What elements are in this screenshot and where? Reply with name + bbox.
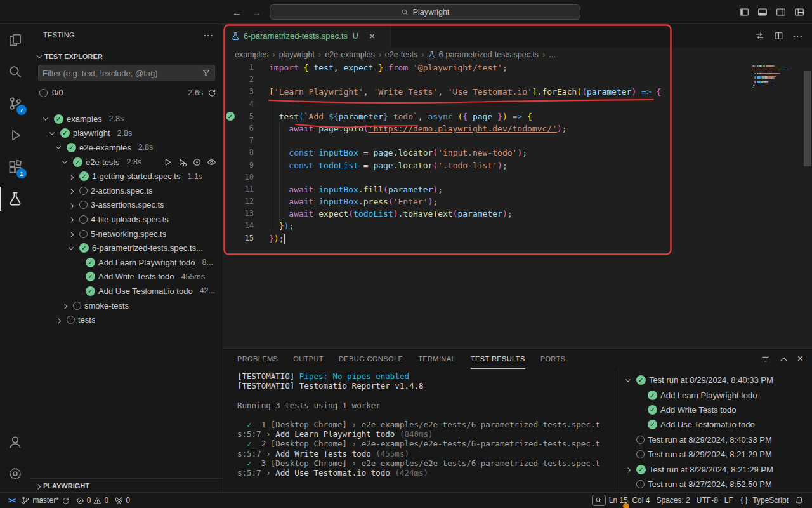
activity-explorer[interactable] (0, 24, 30, 56)
tree-item-add-use-testomat-io-todo[interactable]: ✓Add Use Testomat.io todo42... (30, 284, 223, 298)
customize-layout-icon[interactable] (794, 7, 804, 17)
tree-item-tests[interactable]: tests (30, 312, 223, 327)
run-test-icon[interactable] (163, 157, 173, 167)
tree-item-smoke-tests[interactable]: smoke-tests (30, 298, 223, 313)
forward-button[interactable]: → (252, 7, 261, 18)
encoding-setting[interactable]: UTF-8 (693, 493, 721, 507)
tree-item-playwright[interactable]: ✓playwright2.8s (30, 126, 223, 141)
eol-setting[interactable]: LF (721, 493, 737, 507)
goto-test-icon[interactable] (192, 157, 202, 167)
back-button[interactable]: ← (232, 7, 242, 18)
test-result-item[interactable]: ✓Add Learn Playwright todo (619, 387, 812, 402)
breadcrumb-item[interactable]: 6-parametrized-tests.spec.ts (428, 50, 539, 59)
minimap[interactable] (752, 63, 803, 101)
problems-status[interactable]: 0 0 (73, 493, 112, 507)
test-count: 0/0 (52, 88, 63, 97)
tree-item-4-file-uploads-spec-ts[interactable]: 4-file-uploads.spec.ts (30, 212, 223, 227)
test-output-log[interactable]: [TESTOMATIO] Pipes: No pipes enabled[TES… (237, 371, 603, 490)
gutter-test-passed-icon[interactable]: ✓ (226, 112, 235, 121)
panel-filter-icon[interactable] (761, 354, 770, 364)
panel-tab-test-results[interactable]: TEST RESULTS (471, 349, 525, 369)
more-actions-icon[interactable]: ··· (793, 31, 803, 41)
tree-item-add-learn-playwright-todo[interactable]: ✓Add Learn Playwright todo8... (30, 255, 223, 270)
toggle-primary-sidebar-icon[interactable] (739, 7, 749, 17)
activity-search[interactable] (0, 56, 30, 88)
search-icon (401, 8, 409, 17)
zoom-indicator[interactable] (592, 495, 606, 506)
test-filter-input[interactable] (43, 69, 202, 78)
close-panel-icon[interactable]: × (797, 354, 803, 364)
code-line: 2 (223, 74, 812, 86)
activity-badge: 7 (16, 105, 27, 115)
breadcrumb-item[interactable]: e2e-examples (325, 50, 375, 59)
tree-item-add-write-tests-todo[interactable]: ✓Add Write Tests todo455ms (30, 270, 223, 284)
panel-tab-terminal[interactable]: TERMINAL (418, 349, 455, 369)
chevron-right-icon (53, 315, 63, 325)
breadcrumb-item[interactable]: playwright (279, 50, 315, 59)
editor-tab[interactable]: 6-parametrized-tests.spec.ts U × (223, 24, 391, 48)
tree-item-1-getting-started-spec-ts[interactable]: ✓1-getting-started.spec.ts1.1s (30, 169, 223, 184)
breadcrumb-item[interactable]: examples (235, 50, 269, 59)
ports-status[interactable]: 0 (112, 493, 133, 507)
activity-source-control[interactable]: 7 (0, 88, 30, 119)
panel-tab-ports[interactable]: PORTS (540, 349, 566, 369)
tree-item-5-networking-spec-ts[interactable]: 5-networking.spec.ts (30, 227, 223, 241)
code-editor[interactable]: 1import { test, expect } from '@playwrig… (223, 62, 812, 348)
panel-tab-debug-console[interactable]: DEBUG CONSOLE (339, 349, 403, 369)
language-mode[interactable]: {} TypeScript (737, 493, 792, 507)
tree-item-label: 1-getting-started.spec.ts (92, 171, 180, 181)
output-line (237, 391, 603, 400)
tree-item-duration: 455ms (181, 272, 205, 281)
test-run-item[interactable]: Test run at 8/29/2024, 8:21:29 PM (619, 447, 812, 462)
test-passed-icon: ✓ (86, 286, 95, 296)
activity-accounts[interactable] (0, 426, 30, 458)
section-test-explorer[interactable]: TEST EXPLORER (34, 50, 218, 64)
maximize-panel-icon[interactable] (779, 354, 789, 364)
activity-extensions[interactable]: 1 (0, 151, 30, 183)
test-run-item[interactable]: Test run at 8/27/2024, 8:52:50 PM (619, 477, 812, 491)
toggle-panel-icon[interactable] (757, 7, 768, 17)
activity-settings[interactable] (0, 458, 30, 490)
panel-tab-output[interactable]: OUTPUT (293, 349, 324, 369)
test-run-item[interactable]: ✓Test run at 8/29/2024, 8:40:33 PM (619, 373, 812, 387)
tree-item-3-assertions-spec-ts[interactable]: 3-assertions.spec.ts (30, 198, 223, 213)
remote-icon: >< (8, 496, 15, 505)
scrollbar-thumb[interactable] (804, 71, 811, 166)
command-center-search[interactable]: Playwright (270, 4, 580, 20)
tree-item-6-parametrized-tests-spec-ts[interactable]: ✓6-parametrized-tests.spec.ts... (30, 241, 223, 255)
cursor-position[interactable]: Ln 15, Col 4 (606, 493, 653, 507)
remote-indicator[interactable]: >< (5, 493, 18, 507)
toggle-secondary-sidebar-icon[interactable] (776, 7, 786, 17)
chevron-right-icon (623, 464, 633, 474)
test-run-item[interactable]: Test run at 8/29/2024, 8:40:33 PM (619, 432, 812, 447)
tree-item-e2e-tests[interactable]: ✓e2e-tests2.8s (30, 155, 223, 170)
notifications-bell[interactable] (792, 493, 807, 507)
language-name: TypeScript (752, 496, 789, 505)
activity-run-and-debug[interactable] (0, 119, 30, 151)
refresh-tests-icon[interactable] (207, 88, 216, 97)
line-number: 8 (237, 147, 254, 159)
tree-item-2-actions-spec-ts[interactable]: 2-actions.spec.ts (30, 184, 223, 198)
panel-tab-problems[interactable]: PROBLEMS (237, 349, 278, 369)
watch-tests-icon (207, 157, 216, 167)
test-run-item[interactable]: ✓Test run at 8/29/2024, 8:21:29 PM (619, 462, 812, 476)
section-playwright[interactable]: PLAYWRIGHT (30, 478, 223, 492)
debug-test-icon[interactable] (178, 157, 187, 167)
close-tab-icon[interactable]: × (366, 30, 379, 43)
test-result-item[interactable]: ✓Add Write Tests todo (619, 403, 812, 417)
split-editor-icon[interactable] (774, 31, 783, 41)
more-actions-icon[interactable]: ··· (204, 30, 214, 40)
breadcrumb-item[interactable]: e2e-tests (385, 50, 417, 59)
git-branch-status[interactable]: master* (18, 493, 72, 507)
test-result-item[interactable]: ✓Add Use Testomat.io todo (619, 417, 812, 432)
open-changes-icon[interactable] (755, 31, 764, 41)
tree-item-examples[interactable]: ✓examples2.8s (30, 112, 223, 126)
output-line: s:5:7 › Add Use Testomat.io todo (424ms) (237, 468, 603, 478)
tree-item-e2e-examples[interactable]: ✓e2e-examples2.8s (30, 140, 223, 155)
code-text: }); (269, 232, 284, 244)
activity-testing[interactable] (0, 183, 30, 215)
indentation-setting[interactable]: Spaces: 2 (653, 493, 693, 507)
breadcrumb-item[interactable]: ... (549, 50, 555, 59)
watch-tests-icon[interactable] (207, 157, 216, 167)
code-text: test(`Add ${parameter} todo`, async ({ p… (269, 110, 532, 123)
